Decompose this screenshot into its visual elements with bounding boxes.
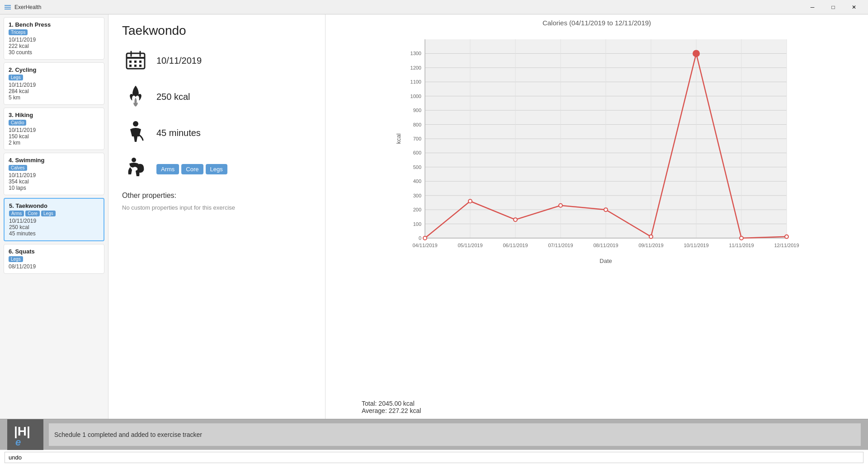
main-container: 1. Bench PressTriceps10/11/2019222 kcal3…: [0, 14, 868, 419]
exercise-tags: ArmsCoreLegs: [9, 211, 99, 216]
exercise-extra: 30 counts: [9, 49, 99, 56]
notification-text: Schedule 1 completed and added to exerci…: [49, 423, 861, 446]
muscle-tag-legs: Legs: [206, 164, 227, 174]
person-icon: [122, 119, 149, 146]
svg-text:07/11/2019: 07/11/2019: [548, 243, 573, 248]
exercise-list: 1. Bench PressTriceps10/11/2019222 kcal3…: [0, 14, 108, 419]
exercise-tags: Cardio: [9, 120, 99, 126]
exercise-kcal: 354 kcal: [9, 178, 99, 185]
exercise-extra: 5 km: [9, 94, 99, 101]
svg-point-68: [514, 218, 517, 221]
titlebar: ExerHealth ─ □ ✕: [0, 0, 868, 14]
svg-rect-12: [139, 65, 142, 67]
exercise-date: 10/11/2019: [9, 218, 99, 224]
muscle-tags: ArmsCoreLegs: [156, 164, 227, 174]
exercise-tags: Legs: [9, 75, 99, 80]
tag-legs: Legs: [9, 256, 23, 262]
exercise-tags: Legs: [9, 256, 99, 262]
chart-container: 0100200300400500600700800900100011001200…: [335, 30, 859, 396]
exercise-title: 1. Bench Press: [9, 21, 99, 28]
tag-cardio: Cardio: [9, 120, 26, 126]
exercise-extra: 45 minutes: [9, 230, 99, 237]
command-bar: [0, 450, 868, 464]
minimize-button[interactable]: ─: [802, 0, 823, 14]
svg-text:kcal: kcal: [395, 133, 402, 144]
svg-text:09/11/2019: 09/11/2019: [638, 243, 663, 248]
svg-text:900: 900: [413, 108, 421, 113]
close-button[interactable]: ✕: [844, 0, 864, 14]
chart-average: Average: 227.22 kcal: [362, 407, 421, 414]
svg-point-70: [604, 208, 608, 211]
exercise-title: 3. Hiking: [9, 112, 99, 118]
svg-point-13: [133, 121, 138, 127]
svg-point-14: [132, 158, 136, 162]
exercise-item-cycling[interactable]: 2. CyclingLegs10/11/2019284 kcal5 km: [4, 62, 104, 105]
svg-rect-4: [127, 57, 145, 59]
exercise-date: 10/11/2019: [9, 37, 99, 43]
svg-point-67: [468, 199, 472, 203]
muscle-icon: [122, 155, 149, 183]
svg-text:700: 700: [413, 136, 421, 141]
svg-rect-2: [5, 9, 11, 9]
chart-panel: Calories (04/11/2019 to 12/11/2019) 0100…: [326, 14, 868, 419]
muscle-tag-arms: Arms: [156, 164, 179, 174]
exercise-item-bench-press[interactable]: 1. Bench PressTriceps10/11/2019222 kcal3…: [4, 17, 104, 60]
calorie-chart: 0100200300400500600700800900100011001200…: [335, 30, 859, 265]
exercise-item-swimming[interactable]: 4. SwimmingCalves10/11/2019354 kcal10 la…: [4, 153, 104, 195]
svg-text:06/11/2019: 06/11/2019: [503, 243, 528, 248]
svg-point-74: [785, 235, 788, 239]
svg-text:400: 400: [413, 178, 421, 184]
detail-kcal: 250 kcal: [156, 92, 190, 102]
svg-text:500: 500: [413, 164, 421, 170]
app-icon: [4, 3, 12, 11]
exercise-kcal: 222 kcal: [9, 43, 99, 49]
svg-text:e: e: [15, 436, 21, 447]
svg-text:1300: 1300: [410, 51, 421, 56]
svg-text:05/11/2019: 05/11/2019: [458, 243, 482, 248]
exercise-kcal: 150 kcal: [9, 133, 99, 140]
exercise-date: 10/11/2019: [9, 82, 99, 88]
svg-text:1000: 1000: [410, 94, 421, 99]
tag-arms: Arms: [9, 211, 24, 216]
exercise-extra: 10 laps: [9, 185, 99, 191]
exercise-date: 08/11/2019: [9, 263, 99, 270]
tag-legs: Legs: [9, 75, 23, 80]
exercise-title: 4. Swimming: [9, 157, 99, 164]
svg-rect-8: [134, 61, 137, 63]
exercise-extra: 2 km: [9, 140, 99, 146]
svg-text:1200: 1200: [410, 65, 421, 70]
app-title: ExerHealth: [14, 4, 802, 10]
command-input[interactable]: [5, 452, 863, 463]
exercise-date: 10/11/2019: [9, 127, 99, 133]
window-controls: ─ □ ✕: [802, 0, 864, 14]
notification-bar: |H| e Schedule 1 completed and added to …: [0, 419, 868, 450]
svg-text:200: 200: [413, 207, 421, 212]
exercise-tags: Calves: [9, 165, 99, 171]
detail-title: Taekwondo: [122, 23, 311, 38]
svg-text:12/11/2019: 12/11/2019: [774, 243, 799, 248]
svg-point-72: [693, 50, 699, 56]
muscle-tag-core: Core: [181, 164, 203, 174]
svg-point-66: [423, 236, 427, 240]
detail-date: 10/11/2019: [156, 56, 202, 66]
maximize-button[interactable]: □: [823, 0, 844, 14]
exercise-tags: Triceps: [9, 29, 99, 35]
exercise-item-hiking[interactable]: 3. HikingCardio10/11/2019150 kcal2 km: [4, 108, 104, 150]
date-row: 10/11/2019: [122, 47, 311, 74]
svg-text:800: 800: [413, 122, 421, 127]
detail-duration: 45 minutes: [156, 128, 201, 138]
svg-rect-7: [129, 61, 132, 63]
svg-rect-0: [5, 5, 11, 6]
sidebar-scroll: 1. Bench PressTriceps10/11/2019222 kcal3…: [0, 17, 108, 274]
muscles-row: ArmsCoreLegs: [122, 155, 311, 183]
chart-total: Total: 2045.00 kcal: [362, 400, 421, 407]
svg-text:10/11/2019: 10/11/2019: [684, 243, 708, 248]
app-logo: |H| e: [7, 419, 43, 450]
exercise-item-taekwondo[interactable]: 5. TaekwondoArmsCoreLegs10/11/2019250 kc…: [4, 198, 104, 241]
tag-triceps: Triceps: [9, 29, 28, 35]
svg-text:11/11/2019: 11/11/2019: [729, 243, 754, 248]
svg-point-69: [559, 204, 562, 207]
exercise-kcal: 284 kcal: [9, 88, 99, 94]
exercise-item-squats[interactable]: 6. SquatsLegs08/11/2019: [4, 244, 104, 274]
exercise-title: 5. Taekwondo: [9, 202, 99, 209]
